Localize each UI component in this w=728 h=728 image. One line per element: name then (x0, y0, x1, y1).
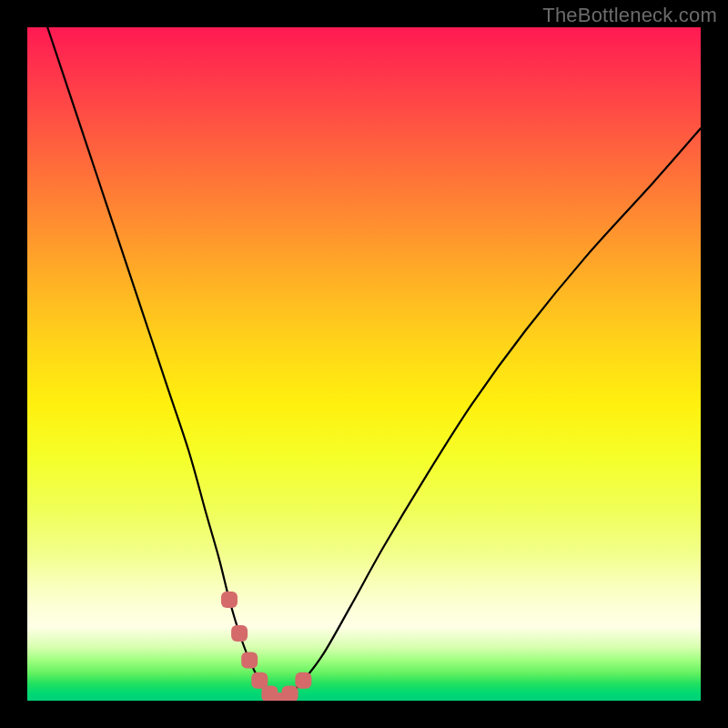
highlight-marker (221, 592, 238, 608)
watermark-text: TheBottleneck.com (542, 4, 717, 27)
bottleneck-curve-svg (27, 27, 701, 701)
highlight-marker (231, 625, 248, 642)
chart-frame: TheBottleneck.com (0, 0, 728, 728)
plot-area (27, 27, 701, 701)
highlight-marker-group (221, 592, 311, 701)
highlight-marker (282, 686, 298, 701)
highlight-marker (241, 652, 258, 669)
bottleneck-curve-path (47, 27, 701, 701)
highlight-marker (295, 672, 311, 689)
